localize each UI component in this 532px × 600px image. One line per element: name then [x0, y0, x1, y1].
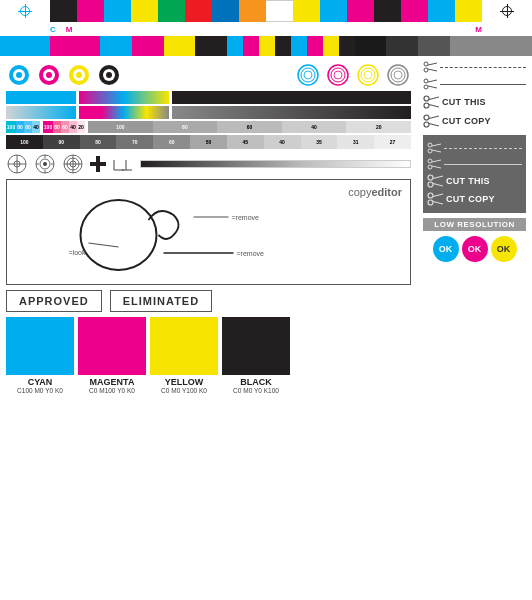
eliminated-button[interactable]: ELIMINATED [110, 290, 212, 312]
scissors-solid-icon [423, 78, 437, 90]
svg-point-12 [106, 72, 112, 78]
svg-point-15 [304, 71, 312, 79]
svg-line-77 [432, 166, 441, 168]
cut-this-item: CUT THIS [423, 93, 526, 111]
svg-line-84 [433, 194, 443, 197]
magenta-swatch-formula: C0 M100 Y0 K0 [78, 387, 146, 394]
svg-line-76 [432, 160, 441, 162]
editor-text: editor [371, 186, 402, 198]
svg-line-72 [432, 144, 441, 146]
black-dot-circle [96, 62, 122, 88]
gray-90: 90 [43, 135, 80, 149]
step-cell-80: 80 [16, 121, 24, 133]
c-label: C [50, 25, 56, 34]
cyan-swatch-box [6, 317, 74, 375]
svg-point-82 [428, 193, 433, 198]
svg-point-31 [43, 162, 47, 166]
dark-solid-line [444, 164, 522, 165]
color-bars-row2 [6, 106, 411, 119]
dark-dashed-item [427, 140, 522, 156]
multi-bar [79, 106, 169, 119]
black-swatch-name: BLACK [222, 377, 290, 387]
cut-this-label: CUT THIS [442, 97, 486, 107]
gray-31: 31 [337, 135, 374, 149]
cut-copy-label: CUT COPY [442, 116, 491, 126]
dark-solid-item [427, 156, 522, 172]
yellow-swatch-box [150, 317, 218, 375]
svg-point-71 [428, 149, 432, 153]
svg-point-24 [394, 71, 402, 79]
step-m-100: 100 [43, 121, 53, 133]
svg-line-81 [433, 184, 443, 187]
cyan-light-bar [6, 106, 76, 119]
dark-cut-this-label: CUT THIS [446, 176, 490, 186]
svg-point-59 [424, 85, 428, 89]
right-panel: CUT THIS CUT COPY [417, 56, 532, 401]
gradient-strip [140, 160, 411, 168]
svg-point-23 [391, 68, 405, 82]
swatch-black: BLACK C0 M0 Y0 K100 [222, 317, 290, 394]
dark-scissors-dashed-icon [427, 142, 441, 154]
cyan-bar [6, 91, 76, 104]
svg-point-47 [81, 200, 157, 270]
cut-dashed-item [423, 59, 526, 75]
yellow-swatch-name: YELLOW [150, 377, 218, 387]
cut-copy-item: CUT COPY [423, 112, 526, 130]
outline-cyan-circle [295, 62, 321, 88]
svg-line-60 [428, 80, 437, 82]
solid-cut-line [440, 84, 526, 85]
step-m-20: 20 [77, 121, 85, 133]
dark-cut-this-item: CUT THIS [427, 172, 522, 190]
black-bar [172, 91, 411, 104]
svg-point-3 [16, 72, 22, 78]
svg-point-17 [331, 68, 345, 82]
dark-scissors-cut-copy-icon [427, 192, 443, 206]
gray-80: 80 [80, 135, 117, 149]
gray-100: 100 [6, 135, 43, 149]
m-label2: M [475, 25, 482, 34]
dark-gradient-bar [172, 106, 411, 119]
svg-point-83 [428, 200, 433, 205]
svg-point-18 [334, 71, 342, 79]
cmyk-gradient-bar [79, 91, 169, 104]
svg-line-57 [428, 69, 437, 71]
scissors-cut-copy-icon [423, 114, 439, 128]
step-k-60: 60 [217, 121, 282, 133]
svg-line-50 [89, 243, 119, 247]
step-m-40: 40 [69, 121, 77, 133]
step-m-80: 80 [53, 121, 61, 133]
ok-badge-magenta: OK [462, 236, 488, 262]
svg-point-62 [424, 96, 429, 101]
cyan-swatch-name: CYAN [6, 377, 74, 387]
approved-button[interactable]: APPROVED [6, 290, 102, 312]
grayscale-row: 100 90 80 70 60 50 45 40 35 31 27 [6, 135, 411, 149]
svg-point-70 [428, 143, 432, 147]
step-k-80: 80 [153, 121, 218, 133]
copyeditor-label: copyeditor [348, 186, 402, 198]
dark-section: CUT THIS CUT COPY [423, 135, 526, 213]
svg-point-21 [364, 71, 372, 79]
gray-40: 40 [264, 135, 301, 149]
step-bars-row: 100 80 60 40 100 80 60 40 20 100 80 60 4… [6, 121, 411, 133]
magenta-swatch-name: MAGENTA [78, 377, 146, 387]
svg-point-66 [424, 115, 429, 120]
svg-rect-42 [90, 162, 106, 166]
scissors-cut-this-icon [423, 95, 439, 109]
cyan-dot-circle [6, 62, 32, 88]
crosshair-mark [6, 153, 28, 175]
step-cell-60: 60 [24, 121, 32, 133]
svg-point-54 [424, 62, 428, 66]
corner-marks [112, 156, 134, 172]
svg-line-85 [433, 202, 443, 205]
black-swatch-box [222, 317, 290, 375]
copyeditor-marks: =remove =look =remove [12, 185, 405, 275]
m-label: M [66, 25, 73, 34]
svg-point-78 [428, 175, 433, 180]
ok-badge-yellow: OK [491, 236, 517, 262]
ok-badges-row: OK OK OK [423, 236, 526, 262]
gray-50: 50 [190, 135, 227, 149]
svg-text:=remove: =remove [237, 250, 265, 257]
gray-45: 45 [227, 135, 264, 149]
svg-point-55 [424, 68, 428, 72]
outline-yellow-circle [355, 62, 381, 88]
